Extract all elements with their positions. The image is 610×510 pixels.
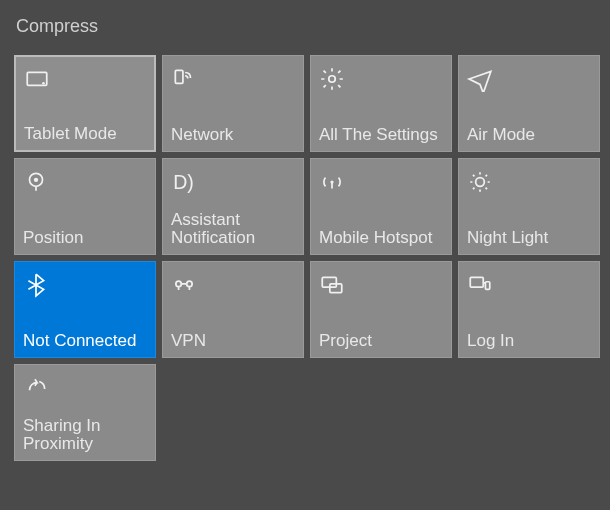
tile-label: Assistant Notification <box>171 211 295 248</box>
panel-header[interactable]: Compress <box>10 16 600 37</box>
share-icon <box>23 375 49 401</box>
tile-label: Tablet Mode <box>24 125 146 144</box>
vpn-icon <box>171 272 197 298</box>
bluetooth-icon <box>23 272 49 298</box>
svg-point-8 <box>476 178 485 187</box>
tile-label: Log In <box>467 332 591 351</box>
svg-rect-13 <box>470 277 483 287</box>
action-center-panel: Compress Tablet Mode Network All The Set… <box>0 0 610 471</box>
svg-rect-14 <box>485 282 489 290</box>
tile-label: Sharing In Proximity <box>23 417 147 454</box>
sun-icon <box>467 169 493 195</box>
tile-label: VPN <box>171 332 295 351</box>
tile-position[interactable]: Position <box>14 158 156 255</box>
gear-icon <box>319 66 345 92</box>
tile-connect[interactable]: Log In <box>458 261 600 358</box>
hotspot-icon <box>319 169 345 195</box>
tile-tablet-mode[interactable]: Tablet Mode <box>14 55 156 152</box>
airplane-icon <box>467 66 493 92</box>
svg-point-10 <box>187 281 192 286</box>
tile-label: Position <box>23 229 147 248</box>
tile-label: Network <box>171 126 295 145</box>
location-icon <box>23 169 49 195</box>
tile-night-light[interactable]: Night Light <box>458 158 600 255</box>
wifi-icon <box>171 66 197 92</box>
tile-label: Air Mode <box>467 126 591 145</box>
quick-actions-grid: Tablet Mode Network All The Settings Air… <box>10 55 600 461</box>
svg-point-3 <box>329 76 336 83</box>
tile-label: Night Light <box>467 229 591 248</box>
svg-text:D): D) <box>173 171 194 193</box>
tile-label: Mobile Hotspot <box>319 229 443 248</box>
connect-icon <box>467 272 493 298</box>
tile-label: Not Connected <box>23 332 147 351</box>
tile-vpn[interactable]: VPN <box>162 261 304 358</box>
tile-network[interactable]: Network <box>162 55 304 152</box>
tile-bluetooth[interactable]: Not Connected <box>14 261 156 358</box>
svg-point-5 <box>34 178 38 182</box>
tile-label: All The Settings <box>319 126 443 145</box>
tile-focus-assist[interactable]: D) Assistant Notification <box>162 158 304 255</box>
tile-air-mode[interactable]: Air Mode <box>458 55 600 152</box>
tile-project[interactable]: Project <box>310 261 452 358</box>
tile-mobile-hotspot[interactable]: Mobile Hotspot <box>310 158 452 255</box>
tile-nearby-sharing[interactable]: Sharing In Proximity <box>14 364 156 461</box>
tablet-icon <box>24 67 50 93</box>
moon-icon: D) <box>171 169 197 195</box>
svg-rect-2 <box>175 70 183 83</box>
tile-all-settings[interactable]: All The Settings <box>310 55 452 152</box>
svg-point-1 <box>42 82 45 85</box>
svg-point-9 <box>176 281 181 286</box>
tile-label: Project <box>319 332 443 351</box>
project-icon <box>319 272 345 298</box>
